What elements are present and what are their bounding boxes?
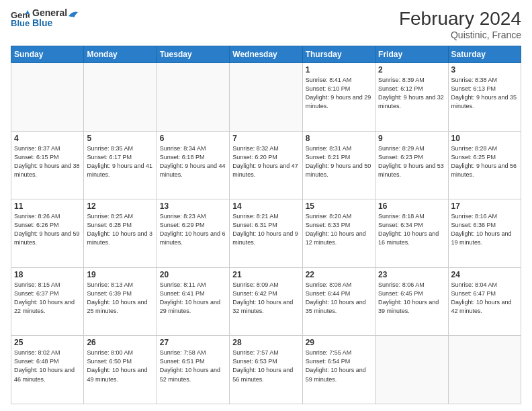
calendar-cell: 18Sunrise: 8:15 AM Sunset: 6:37 PM Dayli… [11, 267, 84, 336]
calendar-cell: 4Sunrise: 8:37 AM Sunset: 6:15 PM Daylig… [11, 131, 84, 199]
day-number: 26 [87, 338, 153, 347]
week-row-3: 11Sunrise: 8:26 AM Sunset: 6:26 PM Dayli… [11, 199, 521, 268]
day-info: Sunrise: 8:21 AM Sunset: 6:31 PM Dayligh… [232, 212, 299, 247]
day-info: Sunrise: 8:41 AM Sunset: 6:10 PM Dayligh… [306, 76, 372, 111]
day-info: Sunrise: 8:26 AM Sunset: 6:26 PM Dayligh… [14, 212, 81, 247]
day-number: 18 [14, 270, 81, 279]
day-info: Sunrise: 8:18 AM Sunset: 6:34 PM Dayligh… [378, 212, 445, 247]
logo: General Blue General Blue [11, 8, 79, 29]
logo-general: General [32, 8, 67, 18]
calendar-cell: 23Sunrise: 8:06 AM Sunset: 6:45 PM Dayli… [375, 267, 448, 336]
calendar-cell: 21Sunrise: 8:09 AM Sunset: 6:42 PM Dayli… [230, 267, 302, 336]
logo-icon: General Blue [11, 9, 30, 28]
calendar-cell: 16Sunrise: 8:18 AM Sunset: 6:34 PM Dayli… [375, 199, 448, 268]
day-number: 8 [306, 134, 372, 143]
day-info: Sunrise: 8:16 AM Sunset: 6:36 PM Dayligh… [451, 212, 518, 247]
calendar-cell: 8Sunrise: 8:31 AM Sunset: 6:21 PM Daylig… [302, 131, 375, 199]
calendar-cell: 5Sunrise: 8:35 AM Sunset: 6:17 PM Daylig… [84, 131, 157, 199]
calendar-cell [448, 336, 521, 404]
day-info: Sunrise: 8:34 AM Sunset: 6:18 PM Dayligh… [160, 144, 226, 179]
calendar-cell: 15Sunrise: 8:20 AM Sunset: 6:33 PM Dayli… [302, 199, 375, 268]
day-info: Sunrise: 8:32 AM Sunset: 6:20 PM Dayligh… [232, 144, 299, 179]
day-info: Sunrise: 7:58 AM Sunset: 6:51 PM Dayligh… [160, 349, 226, 383]
col-friday: Friday [375, 46, 448, 63]
day-number: 5 [87, 134, 153, 143]
calendar-cell: 12Sunrise: 8:25 AM Sunset: 6:28 PM Dayli… [84, 199, 157, 268]
calendar-cell: 24Sunrise: 8:04 AM Sunset: 6:47 PM Dayli… [448, 267, 521, 336]
day-info: Sunrise: 8:15 AM Sunset: 6:37 PM Dayligh… [14, 281, 81, 316]
day-number: 1 [306, 65, 372, 75]
day-info: Sunrise: 8:06 AM Sunset: 6:45 PM Dayligh… [378, 281, 445, 316]
week-row-4: 18Sunrise: 8:15 AM Sunset: 6:37 PM Dayli… [11, 267, 521, 336]
col-saturday: Saturday [448, 46, 521, 63]
day-number: 13 [160, 201, 226, 211]
calendar-cell [11, 63, 84, 132]
day-info: Sunrise: 7:57 AM Sunset: 6:53 PM Dayligh… [232, 349, 299, 383]
calendar-cell: 20Sunrise: 8:11 AM Sunset: 6:41 PM Dayli… [157, 267, 229, 336]
day-info: Sunrise: 8:23 AM Sunset: 6:29 PM Dayligh… [160, 212, 226, 247]
day-info: Sunrise: 8:31 AM Sunset: 6:21 PM Dayligh… [306, 144, 372, 179]
calendar-cell: 11Sunrise: 8:26 AM Sunset: 6:26 PM Dayli… [11, 199, 84, 268]
day-info: Sunrise: 8:02 AM Sunset: 6:48 PM Dayligh… [14, 349, 81, 383]
calendar-cell: 22Sunrise: 8:08 AM Sunset: 6:44 PM Dayli… [302, 267, 375, 336]
day-number: 20 [160, 270, 226, 279]
calendar-cell: 14Sunrise: 8:21 AM Sunset: 6:31 PM Dayli… [230, 199, 302, 268]
day-number: 27 [160, 338, 226, 347]
week-row-1: 1Sunrise: 8:41 AM Sunset: 6:10 PM Daylig… [11, 63, 521, 132]
calendar-cell [230, 63, 302, 132]
day-number: 17 [451, 201, 518, 211]
col-monday: Monday [84, 46, 157, 63]
day-number: 23 [378, 270, 445, 279]
calendar-cell: 3Sunrise: 8:38 AM Sunset: 6:13 PM Daylig… [448, 63, 521, 132]
day-number: 2 [378, 65, 445, 75]
calendar-cell: 6Sunrise: 8:34 AM Sunset: 6:18 PM Daylig… [157, 131, 229, 199]
day-info: Sunrise: 8:09 AM Sunset: 6:42 PM Dayligh… [232, 281, 299, 316]
calendar-cell: 10Sunrise: 8:28 AM Sunset: 6:25 PM Dayli… [448, 131, 521, 199]
day-number: 16 [378, 201, 445, 211]
calendar-cell: 9Sunrise: 8:29 AM Sunset: 6:23 PM Daylig… [375, 131, 448, 199]
day-info: Sunrise: 8:38 AM Sunset: 6:13 PM Dayligh… [451, 76, 518, 111]
day-number: 9 [378, 134, 445, 143]
day-info: Sunrise: 8:39 AM Sunset: 6:12 PM Dayligh… [378, 76, 445, 111]
day-number: 4 [14, 134, 81, 143]
day-number: 29 [306, 338, 372, 347]
day-number: 7 [232, 134, 299, 143]
day-info: Sunrise: 8:08 AM Sunset: 6:44 PM Dayligh… [306, 281, 372, 316]
calendar-cell: 1Sunrise: 8:41 AM Sunset: 6:10 PM Daylig… [302, 63, 375, 132]
day-number: 10 [451, 134, 518, 143]
calendar-cell: 29Sunrise: 7:55 AM Sunset: 6:54 PM Dayli… [302, 336, 375, 404]
day-number: 22 [306, 270, 372, 279]
day-number: 28 [232, 338, 299, 347]
calendar-cell: 7Sunrise: 8:32 AM Sunset: 6:20 PM Daylig… [230, 131, 302, 199]
location-subtitle: Quistinic, France [399, 30, 521, 40]
month-year-title: February 2024 [399, 8, 521, 30]
calendar-cell [84, 63, 157, 132]
day-number: 25 [14, 338, 81, 347]
day-info: Sunrise: 8:28 AM Sunset: 6:25 PM Dayligh… [451, 144, 518, 179]
week-row-2: 4Sunrise: 8:37 AM Sunset: 6:15 PM Daylig… [11, 131, 521, 199]
day-info: Sunrise: 8:25 AM Sunset: 6:28 PM Dayligh… [87, 212, 153, 247]
day-info: Sunrise: 8:20 AM Sunset: 6:33 PM Dayligh… [306, 212, 372, 247]
day-number: 15 [306, 201, 372, 211]
header-row: Sunday Monday Tuesday Wednesday Thursday… [11, 46, 521, 63]
day-number: 21 [232, 270, 299, 279]
col-thursday: Thursday [302, 46, 375, 63]
calendar-table: Sunday Monday Tuesday Wednesday Thursday… [11, 46, 521, 404]
day-number: 14 [232, 201, 299, 211]
calendar-cell: 17Sunrise: 8:16 AM Sunset: 6:36 PM Dayli… [448, 199, 521, 268]
calendar-cell: 26Sunrise: 8:00 AM Sunset: 6:50 PM Dayli… [84, 336, 157, 404]
day-number: 6 [160, 134, 226, 143]
day-info: Sunrise: 8:11 AM Sunset: 6:41 PM Dayligh… [160, 281, 226, 316]
svg-text:Blue: Blue [11, 18, 30, 28]
calendar-cell: 13Sunrise: 8:23 AM Sunset: 6:29 PM Dayli… [157, 199, 229, 268]
day-number: 3 [451, 65, 518, 75]
logo-blue: Blue [32, 18, 67, 28]
calendar-cell: 19Sunrise: 8:13 AM Sunset: 6:39 PM Dayli… [84, 267, 157, 336]
week-row-5: 25Sunrise: 8:02 AM Sunset: 6:48 PM Dayli… [11, 336, 521, 404]
calendar-cell: 25Sunrise: 8:02 AM Sunset: 6:48 PM Dayli… [11, 336, 84, 404]
logo-bird-icon [67, 9, 79, 21]
col-tuesday: Tuesday [157, 46, 229, 63]
day-number: 19 [87, 270, 153, 279]
calendar-cell: 2Sunrise: 8:39 AM Sunset: 6:12 PM Daylig… [375, 63, 448, 132]
day-info: Sunrise: 8:29 AM Sunset: 6:23 PM Dayligh… [378, 144, 445, 179]
